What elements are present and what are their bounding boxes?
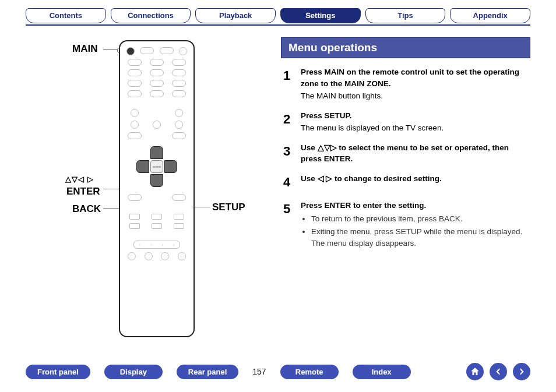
step-5: 5 Press ENTER to enter the setting. To r… <box>281 200 530 250</box>
callout-enter: ENTER <box>66 186 100 197</box>
tab-appendix[interactable]: Appendix <box>450 8 530 23</box>
step-num: 5 <box>281 200 293 250</box>
btn-remote[interactable]: Remote <box>280 365 339 379</box>
prev-page-icon[interactable] <box>490 363 507 380</box>
remote-outline: ENTER 1234 <box>119 40 195 337</box>
callout-main: MAIN <box>72 43 97 55</box>
tab-playback[interactable]: Playback <box>195 8 276 23</box>
step-1: 1 Press MAIN on the remote control unit … <box>281 66 530 102</box>
step-num: 1 <box>281 66 293 102</box>
remote-diagram: MAIN △▽◁ ▷ ENTER BACK SETUP <box>26 37 265 340</box>
next-page-icon[interactable] <box>513 363 530 380</box>
step-2: 2 Press SETUP. The menu is displayed on … <box>281 110 530 134</box>
step-4: 4 Use ◁ ▷ to change to desired setting. <box>281 173 530 192</box>
leader-main <box>103 50 121 50</box>
step-bullet: Exiting the menu, press SETUP while the … <box>311 226 530 249</box>
bottom-nav: Front panel Display Rear panel 157 Remot… <box>0 363 556 380</box>
callout-arrows: △▽◁ ▷ <box>65 175 94 183</box>
step-sub: The menu is displayed on the TV screen. <box>301 122 444 134</box>
step-text: Use △▽▷ to select the menu to be set or … <box>301 142 530 165</box>
btn-rear-panel[interactable]: Rear panel <box>177 365 238 379</box>
tab-connections[interactable]: Connections <box>111 8 191 23</box>
home-icon[interactable] <box>466 363 484 380</box>
top-tab-bar: Contents Connections Playback Settings T… <box>0 0 556 23</box>
step-3: 3 Use △▽▷ to select the menu to be set o… <box>281 142 530 165</box>
step-text: Press ENTER to enter the setting. <box>301 200 530 211</box>
page-number: 157 <box>252 367 266 376</box>
step-num: 4 <box>281 173 293 192</box>
btn-index[interactable]: Index <box>353 365 411 379</box>
section-title: Menu operations <box>281 37 530 58</box>
tab-tips[interactable]: Tips <box>365 8 446 23</box>
tab-contents[interactable]: Contents <box>26 8 106 23</box>
callout-back: BACK <box>72 203 101 215</box>
callout-setup: SETUP <box>212 202 245 213</box>
step-text: Press MAIN on the remote control unit to… <box>301 66 530 89</box>
step-num: 3 <box>281 142 293 165</box>
step-sub: The MAIN button lights. <box>301 90 530 102</box>
step-text: Use ◁ ▷ to change to desired setting. <box>301 173 442 185</box>
btn-front-panel[interactable]: Front panel <box>26 365 90 379</box>
btn-display[interactable]: Display <box>104 365 163 379</box>
tab-settings[interactable]: Settings <box>280 8 361 23</box>
step-text: Press SETUP. <box>301 110 444 122</box>
step-bullet: To return to the previous item, press BA… <box>311 213 530 225</box>
step-num: 2 <box>281 110 293 134</box>
